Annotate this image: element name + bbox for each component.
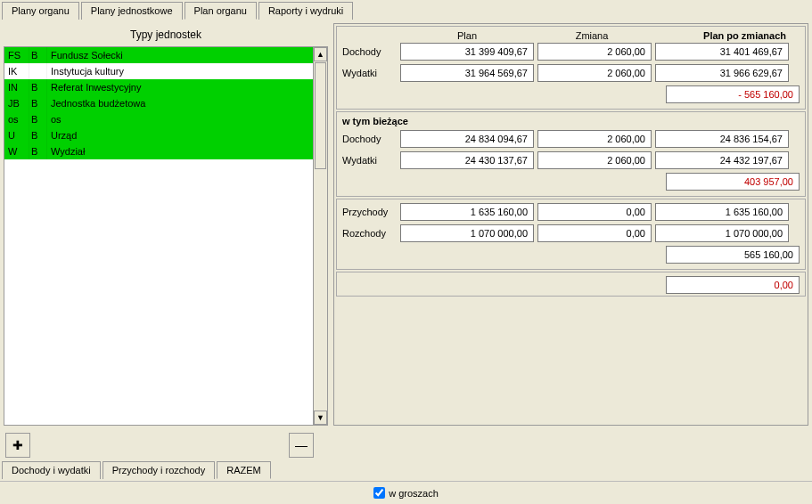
tab-przychody-rozchody[interactable]: Przychody i rozchody — [103, 461, 216, 479]
rozchody-po: 1 070 000,00 — [655, 224, 789, 242]
wydatki-po: 31 966 629,67 — [655, 64, 789, 82]
table-row[interactable]: FSBFundusz Sołecki — [4, 47, 313, 63]
plus-icon: ✚ — [12, 438, 23, 452]
add-button[interactable]: ✚ — [5, 433, 30, 458]
cell-name: Referat Inwestycyjny — [47, 79, 313, 95]
dochody-po: 31 401 469,67 — [655, 43, 789, 61]
tab-dochody-wydatki[interactable]: Dochody i wydatki — [2, 461, 101, 479]
tab-plany-organu[interactable]: Plany organu — [2, 2, 79, 20]
tab-raporty[interactable]: Raporty i wydruki — [258, 2, 353, 20]
remove-button[interactable]: — — [289, 433, 314, 458]
cell-code: os — [4, 111, 29, 127]
label-rozchody: Rozchody — [342, 228, 400, 239]
unit-types-title: Typy jednostek — [4, 23, 328, 46]
scroll-up-icon[interactable]: ▲ — [314, 47, 327, 61]
cell-b: B — [29, 127, 47, 143]
table-row[interactable]: INBReferat Inwestycyjny — [4, 79, 313, 95]
label-biez-dochody: Dochody — [342, 134, 400, 144]
biez-dochody-zmiana: 2 060,00 — [537, 130, 652, 148]
section-przychody: Przychody 1 635 160,00 0,00 1 635 160,00… — [336, 199, 806, 270]
wydatki-plan: 31 964 569,67 — [400, 64, 534, 82]
biez-wydatki-zmiana: 2 060,00 — [537, 151, 652, 169]
cell-code: IK — [4, 63, 29, 79]
biez-wydatki-po: 24 432 197,67 — [655, 151, 789, 169]
przychody-plan: 1 635 160,00 — [400, 203, 534, 221]
cell-b: B — [29, 95, 47, 111]
top-tabs: Plany organu Plany jednostkowe Plan orga… — [0, 0, 812, 20]
header-po-zmianach: Plan po zmianach — [650, 30, 788, 41]
cell-b: B — [29, 47, 47, 63]
cell-code: U — [4, 127, 29, 143]
wydatki-zmiana: 2 060,00 — [537, 64, 652, 82]
bottom-tabs: Dochody i wydatki Przychody i rozchody R… — [0, 461, 812, 479]
przychody-zmiana: 0,00 — [537, 203, 652, 221]
cell-code: IN — [4, 79, 29, 95]
cell-b: B — [29, 143, 47, 159]
cell-code: JB — [4, 95, 29, 111]
groszach-checkbox[interactable] — [373, 487, 385, 499]
section-main: Plan Zmiana Plan po zmianach Dochody 31 … — [336, 26, 806, 110]
cell-name: Fundusz Sołecki — [47, 47, 313, 63]
table-row[interactable]: UBUrząd — [4, 127, 313, 143]
unit-types-grid[interactable]: FSBFundusz SołeckiIKInstytucja kulturyIN… — [4, 47, 313, 425]
cell-b: B — [29, 79, 47, 95]
cell-b: B — [29, 111, 47, 127]
cell-name: Instytucja kultury — [47, 63, 313, 79]
cell-name: Urząd — [47, 127, 313, 143]
summary-panel: Plan Zmiana Plan po zmianach Dochody 31 … — [333, 23, 808, 426]
label-dochody: Dochody — [342, 46, 400, 57]
table-row[interactable]: WBWydział — [4, 143, 313, 159]
footer: w groszach — [0, 481, 812, 504]
last-value: 0,00 — [666, 276, 800, 294]
cell-name: os — [47, 111, 313, 127]
label-wtym-biezace: w tym bieżące — [342, 116, 800, 126]
header-plan: Plan — [400, 30, 534, 41]
dochody-plan: 31 399 409,67 — [400, 43, 534, 61]
cell-name: Jednostka budżetowa — [47, 95, 313, 111]
dochody-zmiana: 2 060,00 — [537, 43, 652, 61]
minus-icon: — — [295, 438, 308, 452]
tab-plany-jednostkowe[interactable]: Plany jednostkowe — [81, 2, 183, 20]
cell-name: Wydział — [47, 143, 313, 159]
table-row[interactable]: osBos — [4, 111, 313, 127]
biez-dochody-plan: 24 834 094,67 — [400, 130, 534, 148]
label-przychody: Przychody — [342, 207, 400, 217]
tab-razem[interactable]: RAZEM — [217, 461, 271, 479]
scroll-thumb[interactable] — [315, 62, 326, 169]
przychody-po: 1 635 160,00 — [655, 203, 789, 221]
cell-code: FS — [4, 47, 29, 63]
label-wydatki: Wydatki — [342, 68, 400, 78]
biez-dochody-po: 24 836 154,67 — [655, 130, 789, 148]
biez-wydatki-plan: 24 430 137,67 — [400, 151, 534, 169]
section-last: 0,00 — [336, 272, 806, 297]
cell-code: W — [4, 143, 29, 159]
header-zmiana: Zmiana — [534, 30, 650, 41]
table-row[interactable]: IKInstytucja kultury — [4, 63, 313, 79]
section-biezace: w tym bieżące Dochody 24 834 094,67 2 06… — [336, 111, 806, 197]
unit-types-panel: Typy jednostek FSBFundusz SołeckiIKInsty… — [4, 23, 328, 426]
groszach-checkbox-wrap[interactable]: w groszach — [373, 487, 439, 499]
table-row[interactable]: JBBJednostka budżetowa — [4, 95, 313, 111]
rozchody-plan: 1 070 000,00 — [400, 224, 534, 242]
grid-scrollbar[interactable]: ▲ ▼ — [313, 47, 327, 425]
groszach-label: w groszach — [389, 488, 439, 499]
scroll-down-icon[interactable]: ▼ — [314, 411, 327, 425]
main-diff: - 565 160,00 — [666, 85, 800, 103]
biez-diff: 403 957,00 — [666, 173, 800, 191]
tab-plan-organu[interactable]: Plan organu — [185, 2, 257, 20]
cell-b — [29, 63, 47, 79]
pr-diff: 565 160,00 — [666, 246, 800, 264]
label-biez-wydatki: Wydatki — [342, 155, 400, 166]
rozchody-zmiana: 0,00 — [537, 224, 652, 242]
